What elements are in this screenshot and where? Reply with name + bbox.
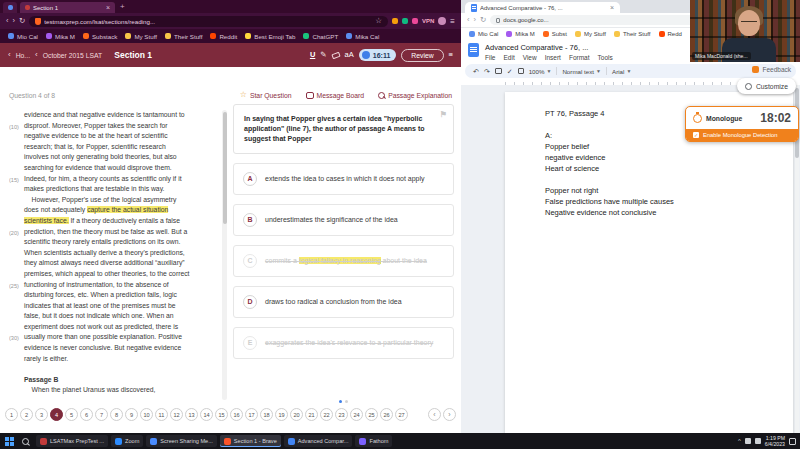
taskbar-clock[interactable]: 1:19 PM 6/4/2023: [765, 435, 785, 448]
browser-tab-section1[interactable]: Section 1 ×: [20, 2, 115, 13]
menu-item[interactable]: Tools: [598, 54, 613, 61]
bookmark-item[interactable]: Mika M: [46, 33, 75, 40]
question-number[interactable]: 5: [65, 408, 78, 421]
extension-icon[interactable]: [392, 18, 398, 24]
question-number[interactable]: 20: [290, 408, 303, 421]
highlighter-tool-icon[interactable]: ✎: [320, 51, 326, 59]
menu-item[interactable]: Edit: [503, 54, 514, 61]
url-field[interactable]: testmaxprep.com/lsat/sections/reading...…: [29, 16, 388, 27]
search-icon[interactable]: [22, 438, 29, 445]
bookmark-item[interactable]: Best Emoji Tab: [245, 33, 295, 40]
question-number[interactable]: 16: [230, 408, 243, 421]
question-number[interactable]: 22: [320, 408, 333, 421]
tray-expand-icon[interactable]: ^: [738, 438, 741, 444]
text-size-icon[interactable]: aA: [345, 51, 354, 59]
scrollbar-thumb[interactable]: [223, 112, 227, 224]
taskbar-app-button[interactable]: Advanced Compar...: [284, 435, 353, 447]
question-number[interactable]: 19: [275, 408, 288, 421]
question-number[interactable]: 18: [260, 408, 273, 421]
browser-menu-icon[interactable]: ≡: [450, 17, 455, 26]
back-icon[interactable]: ‹: [6, 17, 9, 25]
menu-item[interactable]: File: [485, 54, 495, 61]
question-number[interactable]: 9: [125, 408, 138, 421]
passage-scrollbar[interactable]: [222, 110, 227, 400]
question-number[interactable]: 12: [170, 408, 183, 421]
bookmark-item[interactable]: Mio Cal: [8, 33, 38, 40]
forward-icon[interactable]: ›: [474, 16, 477, 24]
question-number[interactable]: 17: [245, 408, 258, 421]
question-number[interactable]: 3: [35, 408, 48, 421]
answer-choice[interactable]: B underestimates the significance of the…: [233, 204, 454, 236]
menu-item[interactable]: View: [523, 54, 537, 61]
question-number[interactable]: 26: [380, 408, 393, 421]
bookmark-item[interactable]: My Stuff: [575, 31, 606, 37]
document-page[interactable]: PT 76, Passage 4A:Popper beliefnegative …: [505, 92, 793, 433]
test-selector[interactable]: October 2015 LSAT: [43, 52, 103, 59]
extension-icon[interactable]: [402, 18, 408, 24]
vpn-button[interactable]: VPN: [422, 18, 434, 24]
question-number[interactable]: 23: [335, 408, 348, 421]
bookmark-item[interactable]: Mika M: [506, 31, 534, 37]
document-title[interactable]: Advanced Comparative - 76, ...: [485, 43, 613, 52]
question-number[interactable]: 25: [365, 408, 378, 421]
flag-icon[interactable]: ⚑: [440, 111, 447, 119]
bookmark-item[interactable]: Their Stuff: [614, 31, 651, 37]
zoom-select[interactable]: 100%▼: [529, 68, 552, 75]
bookmark-item[interactable]: Mio Cal: [469, 31, 498, 37]
bookmark-item[interactable]: Reddit: [210, 33, 237, 40]
chevron-left-icon[interactable]: ‹: [35, 51, 38, 59]
paint-format-icon[interactable]: [518, 68, 524, 74]
question-number[interactable]: 6: [80, 408, 93, 421]
question-number[interactable]: 4: [50, 408, 63, 421]
font-select[interactable]: Arial▼: [612, 68, 631, 75]
bookmark-item[interactable]: Subst: [543, 31, 567, 37]
extension-icon[interactable]: [412, 18, 418, 24]
pinned-tab[interactable]: [3, 2, 17, 13]
question-number[interactable]: 15: [215, 408, 228, 421]
question-number[interactable]: 8: [110, 408, 123, 421]
eraser-tool-icon[interactable]: [331, 51, 340, 58]
bookmark-item[interactable]: My Stuff: [125, 33, 157, 40]
question-number[interactable]: 2: [20, 408, 33, 421]
network-icon[interactable]: [745, 438, 751, 444]
monologue-checkbox[interactable]: ✓: [693, 132, 699, 138]
question-number[interactable]: 1: [5, 408, 18, 421]
tab-close-icon[interactable]: ×: [106, 4, 110, 11]
question-number[interactable]: 7: [95, 408, 108, 421]
print-icon[interactable]: [495, 68, 502, 74]
customize-button[interactable]: Customize: [737, 78, 796, 94]
home-link[interactable]: Ho...: [16, 52, 30, 59]
passage-text[interactable]: evidence and that negative evidence is t…: [9, 110, 219, 400]
refresh-icon[interactable]: ↻: [19, 17, 25, 25]
taskbar-app-button[interactable]: Screen Sharing Me...: [146, 435, 217, 447]
page-dot-active[interactable]: [339, 400, 342, 403]
message-board-button[interactable]: Message Board: [306, 92, 365, 99]
question-number[interactable]: 10: [140, 408, 153, 421]
docs-logo-icon[interactable]: [468, 43, 479, 57]
brave-shield-icon[interactable]: [35, 18, 41, 25]
spellcheck-icon[interactable]: ✓: [507, 68, 513, 75]
feedback-link[interactable]: Feedback: [752, 66, 791, 73]
bookmark-item[interactable]: ChatGPT: [303, 33, 338, 40]
bookmark-item[interactable]: Mika Cal: [346, 33, 379, 40]
answer-choice[interactable]: C commits a logical fallacy in reasoning…: [233, 245, 454, 277]
question-number[interactable]: 27: [395, 408, 408, 421]
passage-explanation-button[interactable]: Passage Explanation: [378, 92, 452, 99]
tab-close-icon[interactable]: ×: [610, 4, 614, 11]
taskbar-app-button[interactable]: Zoom: [111, 435, 143, 447]
refresh-icon[interactable]: ↻: [480, 16, 486, 24]
page-dot[interactable]: [345, 400, 348, 403]
new-tab-button[interactable]: +: [118, 2, 127, 11]
back-icon[interactable]: ‹: [467, 16, 470, 24]
question-number[interactable]: 24: [350, 408, 363, 421]
bookmark-item[interactable]: Their Stuff: [165, 33, 202, 40]
taskbar-app-button[interactable]: Fathom: [355, 435, 392, 447]
question-number[interactable]: 11: [155, 408, 168, 421]
answer-choice[interactable]: D draws too radical a conclusion from th…: [233, 286, 454, 318]
volume-icon[interactable]: [755, 438, 761, 444]
question-number[interactable]: 21: [305, 408, 318, 421]
bookmark-item[interactable]: Substack: [83, 33, 117, 40]
star-question-button[interactable]: ☆ Star Question: [240, 91, 292, 99]
answer-choice[interactable]: E exaggerates the idea's relevance to a …: [233, 327, 454, 359]
nav-next-button[interactable]: ›: [443, 408, 456, 421]
